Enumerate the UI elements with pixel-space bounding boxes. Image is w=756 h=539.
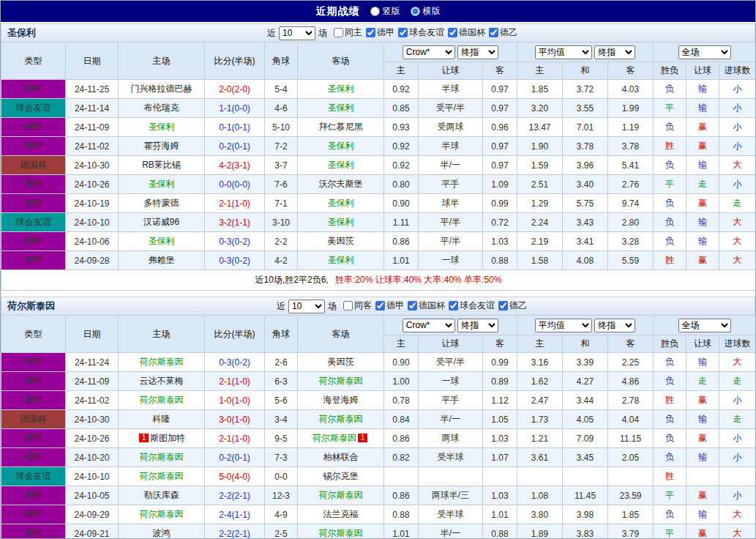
team-link[interactable]: 波鸿 <box>153 528 171 538</box>
odds-handicap <box>419 467 483 486</box>
team-link[interactable]: 多特蒙德 <box>144 198 179 208</box>
view-option-vertical[interactable]: 竖版 <box>370 5 400 18</box>
matches-table: 类型 日期 主场 比分(半场) 角球 客场 Crow* 终指 平均值 终指 <box>1 42 756 291</box>
avg-away: 5.41 <box>608 156 654 175</box>
filter-checkbox[interactable] <box>398 28 408 37</box>
bookmaker-select[interactable]: Crow* <box>403 319 455 332</box>
team-link[interactable]: 霍芬海姆 <box>144 141 179 151</box>
team-link[interactable]: 法兰克福 <box>323 509 359 519</box>
filter-checkbox[interactable] <box>375 301 385 311</box>
team-link[interactable]: 圣保利 <box>149 122 175 132</box>
team-link[interactable]: 荷尔斯泰因 <box>140 395 184 405</box>
bookmaker-select[interactable]: Crow* <box>403 45 455 59</box>
team-link[interactable]: 柏林联合 <box>323 452 359 462</box>
team-link[interactable]: 荷尔斯泰因 <box>140 509 184 519</box>
filter-checkbox[interactable] <box>449 301 458 311</box>
match-row: 德甲24-11-24荷尔斯泰因0-3(0-2)2-6美因茨0.90受平/半0.9… <box>1 353 756 372</box>
average-select[interactable]: 平均值 <box>535 319 592 332</box>
vertical-view-radio[interactable] <box>370 7 380 16</box>
team-link[interactable]: 美因茨 <box>328 236 354 246</box>
avg-home: 1.89 <box>517 524 563 539</box>
team-link[interactable]: 拜仁慕尼黑 <box>319 122 363 132</box>
team-link[interactable]: 荷尔斯泰因 <box>312 433 356 443</box>
match-row: 球会友谊24-10-10荷尔斯泰因5-0(4-0)0-0锡尔克堡胜 <box>1 467 756 486</box>
team-link[interactable]: 圣保利 <box>328 217 354 227</box>
odds-away: 0.72 <box>483 213 517 232</box>
recent-count-select[interactable]: 10 <box>279 26 315 40</box>
home-team: 荷尔斯泰因 <box>119 448 205 467</box>
odds-final-index-select[interactable]: 终指 <box>457 319 498 332</box>
team-link[interactable]: 荷尔斯泰因 <box>140 452 184 462</box>
team-link[interactable]: 圣保利 <box>328 255 354 265</box>
filter-option[interactable]: 同客 <box>343 300 372 312</box>
avg-final-index-select[interactable]: 终指 <box>594 319 635 332</box>
team-link[interactable]: 圣保利 <box>328 103 354 113</box>
team-link[interactable]: 圣保利 <box>328 141 354 151</box>
team-link[interactable]: 圣保利 <box>328 160 354 170</box>
team-link[interactable]: 布伦瑞克 <box>144 103 179 113</box>
team-link[interactable]: 荷尔斯泰因 <box>319 376 363 386</box>
team-link[interactable]: 荷尔斯泰因 <box>140 357 184 367</box>
filter-option[interactable]: 球会友谊 <box>449 300 495 312</box>
recent-label: 近 <box>277 300 285 313</box>
result-goals: 小 <box>719 80 756 99</box>
filter-option[interactable]: 德甲 <box>366 26 394 39</box>
match-date: 24-11-09 <box>66 118 119 137</box>
team-link[interactable]: 圣保利 <box>328 83 354 94</box>
filter-option[interactable]: 球会友谊 <box>398 26 444 39</box>
filter-checkbox[interactable] <box>489 28 498 37</box>
odds-handicap: 两球半/三 <box>419 486 483 505</box>
horizontal-view-radio[interactable] <box>411 7 420 16</box>
team-link[interactable]: 圣保利 <box>149 236 175 246</box>
fulltime-select[interactable]: 全场 <box>678 319 731 332</box>
result-goals: 大 <box>719 524 756 539</box>
team-link[interactable]: 门兴格拉德巴赫 <box>131 83 192 94</box>
team-link[interactable]: 圣保利 <box>328 198 354 208</box>
filter-checkbox[interactable] <box>366 28 375 37</box>
filter-option[interactable]: 德甲 <box>375 300 404 312</box>
odds-away: 0.97 <box>483 156 517 175</box>
team-link[interactable]: 云达不莱梅 <box>140 376 184 386</box>
filter-checkbox[interactable] <box>448 28 457 37</box>
recent-count-select[interactable]: 10 <box>288 300 325 313</box>
filter-option[interactable]: 德国杯 <box>408 300 445 312</box>
team-link[interactable]: 海登海姆 <box>323 395 359 405</box>
away-team: 锡尔克堡 <box>298 467 384 486</box>
team-link[interactable]: 荷尔斯泰因 <box>140 471 184 481</box>
team-link[interactable]: RB莱比锡 <box>142 160 181 170</box>
filter-checkbox[interactable] <box>343 301 353 311</box>
team-link[interactable]: 弗赖堡 <box>149 255 175 265</box>
result-goals: 大 <box>719 232 756 251</box>
away-team: 海登海姆 <box>298 391 384 410</box>
team-link[interactable]: 科隆 <box>153 414 171 424</box>
filter-option[interactable]: 德乙 <box>489 26 517 39</box>
filter-option[interactable]: 同主 <box>334 26 362 39</box>
team-link[interactable]: 斯图加特 <box>150 433 185 443</box>
team-link[interactable]: 美因茨 <box>328 357 354 367</box>
team-link[interactable]: 汉诺威96 <box>143 217 179 227</box>
filter-option[interactable]: 德乙 <box>498 300 527 312</box>
league-type: 德国杯 <box>1 156 66 175</box>
avg-home: 1.73 <box>517 410 563 429</box>
average-select[interactable]: 平均值 <box>535 45 592 59</box>
team-link[interactable]: 沃尔夫斯堡 <box>319 179 363 189</box>
match-row: 德甲24-11-02霍芬海姆0-2(0-1)7-2圣保利0.92半球0.971.… <box>1 137 756 156</box>
filter-option[interactable]: 德国杯 <box>448 26 485 39</box>
avg-final-index-select[interactable]: 终指 <box>594 45 635 59</box>
corners: 7-6 <box>265 175 298 194</box>
league-type: 球会友谊 <box>1 99 66 118</box>
team-link[interactable]: 荷尔斯泰因 <box>319 414 363 424</box>
match-row: 德甲24-09-29荷尔斯泰因2-4(1-1)4-9法兰克福0.88受半球1.0… <box>1 505 756 524</box>
odds-final-index-select[interactable]: 终指 <box>457 45 498 59</box>
filter-checkbox[interactable] <box>498 301 508 311</box>
view-option-horizontal[interactable]: 横版 <box>411 5 441 18</box>
team-link[interactable]: 荷尔斯泰因 <box>319 528 363 538</box>
filter-checkbox[interactable] <box>334 28 343 37</box>
filter-checkbox[interactable] <box>408 301 417 311</box>
team-link[interactable]: 锡尔克堡 <box>323 471 359 481</box>
fulltime-select[interactable]: 全场 <box>678 45 731 59</box>
team-link[interactable]: 圣保利 <box>149 179 175 189</box>
team-link[interactable]: 勒沃库森 <box>144 490 179 500</box>
team-link[interactable]: 荷尔斯泰因 <box>319 490 363 500</box>
section-header: 圣保利 近 10 场 同主德甲球会友谊德国杯德乙 <box>1 23 755 42</box>
